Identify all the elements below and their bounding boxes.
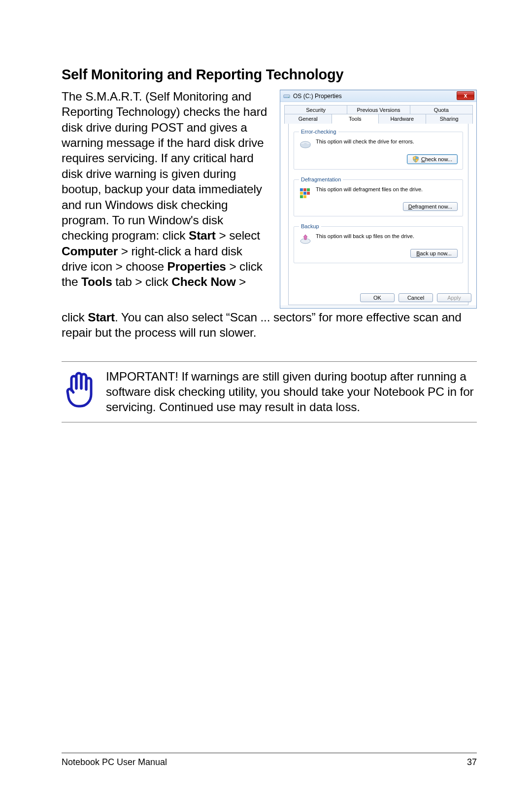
- properties-dialog: OS (C:) Properties x Security Previous V…: [280, 90, 477, 309]
- footer-page-number: 37: [467, 757, 477, 767]
- text: > select: [216, 229, 260, 242]
- group-legend: Defragmentation: [299, 176, 343, 182]
- dialog-titlebar[interactable]: OS (C:) Properties x: [280, 90, 476, 102]
- btn-accel: B: [416, 250, 420, 256]
- group-text: This option will defragment files on the…: [316, 186, 423, 192]
- important-note: IMPORTANT! If warnings are still given d…: [62, 361, 477, 422]
- kw-properties: Properties: [167, 260, 226, 273]
- text: tab > click: [112, 275, 172, 288]
- svg-rect-7: [307, 188, 310, 191]
- svg-rect-12: [303, 195, 306, 198]
- group-backup: Backup This option will back up files on…: [294, 223, 463, 263]
- text: click: [62, 311, 88, 324]
- tab-security[interactable]: Security: [284, 105, 347, 114]
- page-footer: Notebook PC User Manual 37: [62, 753, 477, 767]
- check-now-button[interactable]: Check now...: [407, 154, 458, 164]
- group-text: This option will check the drive for err…: [316, 139, 414, 144]
- dialog-footer: OK Cancel Apply: [283, 290, 473, 305]
- text: >: [236, 275, 246, 288]
- apply-button[interactable]: Apply: [437, 293, 471, 302]
- group-defragmentation: Defragmentation This option will defragm…: [294, 176, 463, 216]
- tab-general[interactable]: General: [284, 114, 332, 124]
- body-paragraph-2: click Start. You can also select “Scan .…: [62, 310, 477, 341]
- group-legend: Error-checking: [299, 129, 338, 135]
- svg-rect-11: [300, 195, 303, 198]
- tab-quota[interactable]: Quota: [410, 105, 473, 114]
- cancel-button[interactable]: Cancel: [399, 293, 433, 302]
- group-error-checking: Error-checking This option will check th…: [294, 129, 463, 170]
- group-legend: Backup: [299, 223, 321, 229]
- btn-label: ack up now...: [420, 250, 452, 256]
- svg-point-2: [288, 97, 289, 98]
- kw-start: Start: [189, 229, 216, 242]
- disk-check-icon: [299, 139, 312, 151]
- body-paragraph-1: The S.M.A.R.T. (Self Monitoring and Repo…: [62, 89, 271, 290]
- footer-left: Notebook PC User Manual: [62, 757, 167, 767]
- page-heading: Self Monitoring and Reporting Technology: [62, 67, 477, 83]
- shield-icon: [412, 156, 419, 163]
- kw-start-2: Start: [88, 311, 115, 324]
- tab-previous-versions[interactable]: Previous Versions: [347, 105, 410, 114]
- svg-rect-10: [307, 192, 310, 195]
- defrag-icon: [299, 186, 312, 199]
- svg-rect-8: [300, 192, 303, 195]
- hand-stop-icon: [65, 370, 94, 408]
- btn-label: efragment now...: [412, 204, 452, 209]
- ok-button[interactable]: OK: [360, 293, 395, 302]
- drive-icon: [283, 93, 290, 100]
- kw-check-now: Check Now: [171, 275, 235, 288]
- backup-icon: [299, 233, 312, 246]
- svg-rect-9: [303, 192, 306, 195]
- important-note-text: IMPORTANT! If warnings are still given d…: [106, 369, 477, 415]
- group-text: This option will back up files on the dr…: [316, 233, 414, 239]
- btn-label: heck now...: [425, 156, 452, 162]
- tab-sharing[interactable]: Sharing: [426, 114, 473, 124]
- kw-computer: Computer: [62, 244, 118, 258]
- text: The S.M.A.R.T. (Self Monitoring and Repo…: [62, 90, 267, 242]
- dialog-title: OS (C:) Properties: [293, 93, 342, 100]
- tab-hardware[interactable]: Hardware: [378, 114, 426, 124]
- btn-accel: D: [408, 204, 412, 209]
- back-up-now-button[interactable]: Back up now...: [410, 249, 458, 258]
- dialog-body: Error-checking This option will check th…: [288, 124, 468, 305]
- svg-rect-6: [303, 188, 306, 191]
- defragment-now-button[interactable]: Defragment now...: [403, 202, 458, 211]
- text: . You can also select “Scan ... sectors”…: [62, 311, 462, 339]
- btn-accel: C: [421, 156, 425, 162]
- tab-tools[interactable]: Tools: [332, 114, 379, 124]
- close-button[interactable]: x: [457, 91, 474, 100]
- kw-tools: Tools: [81, 275, 112, 288]
- svg-rect-5: [300, 188, 303, 191]
- dialog-tabs: Security Previous Versions Quota General…: [280, 102, 476, 305]
- close-icon: x: [464, 93, 467, 99]
